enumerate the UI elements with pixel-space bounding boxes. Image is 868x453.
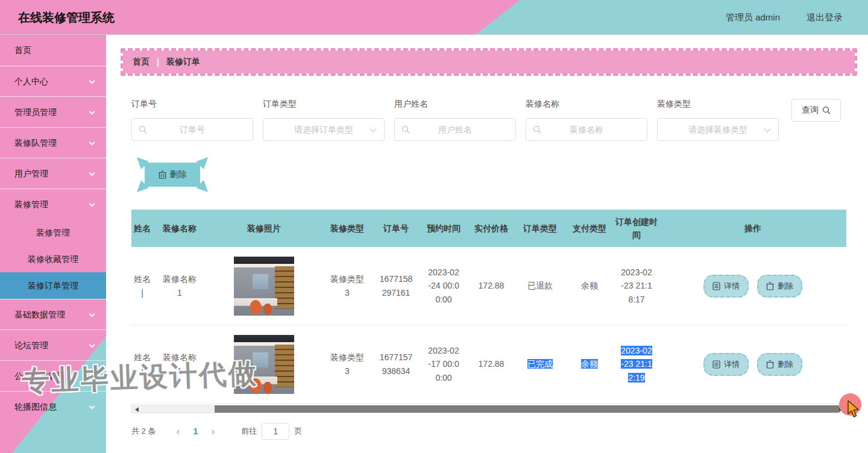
cell-book-time: 2023-02 -17 00:0 0:00 [420, 343, 468, 386]
detail-button[interactable]: 详情 [703, 275, 749, 298]
cell-pay-type: 余额 [565, 356, 614, 372]
cell-order-type: 已完成 [515, 356, 565, 372]
cell-book-time: 2023-02 -24 00:0 0:00 [420, 264, 468, 307]
decoration-name-input[interactable] [526, 119, 647, 140]
chevron-down-icon [89, 373, 95, 379]
breadcrumb-home[interactable]: 首页 [133, 57, 149, 67]
sidebar: 首页 个人中心 管理员管理 装修队管理 用户管理 装修管理 装修管理 装修收藏管… [0, 35, 106, 453]
sidebar-item-label: 首页 [14, 45, 31, 55]
sidebar-item-label: 基础数据管理 [14, 310, 65, 319]
goto-page-input[interactable] [262, 423, 289, 440]
user-name-input[interactable] [395, 119, 515, 140]
sidebar-item-decoration-mgmt[interactable]: 装修管理 [0, 189, 106, 219]
cell-decoration-type: 装修类型 3 [322, 349, 373, 379]
col-name: 姓名 [131, 220, 153, 236]
page-unit-label: 页 [294, 426, 302, 437]
order-no-input[interactable] [132, 119, 253, 140]
cell-price: 172.88 [468, 278, 515, 293]
order-type-select[interactable]: 请选择订单类型 [263, 118, 385, 141]
table-row: 姓名 | 装修名称 1 装修类型 3 1677157 938634 2023-0… [131, 325, 846, 404]
sidebar-item-user-mgmt[interactable]: 用户管理 [0, 158, 106, 189]
sidebar-item-label: 管理员管理 [14, 107, 57, 117]
detail-button[interactable]: 详情 [703, 353, 749, 376]
mouse-cursor-icon [847, 401, 863, 419]
selected-text: 已完成 [527, 359, 553, 369]
search-button[interactable]: 查询 [791, 99, 841, 122]
delete-button-label: 删除 [778, 359, 793, 370]
breadcrumb-current: 装修订单 [166, 57, 200, 67]
order-type-select-placeholder: 请选择订单类型 [263, 119, 384, 140]
decoration-type-label: 装修类型 [657, 99, 779, 110]
decoration-photo[interactable] [234, 257, 294, 316]
pagination-total: 共 2 条 [131, 426, 156, 437]
delete-button[interactable]: 删除 [757, 353, 802, 376]
sidebar-item-basic-data-mgmt[interactable]: 基础数据管理 [0, 299, 106, 330]
decoration-name-label: 装修名称 [526, 99, 647, 110]
orders-table: 姓名 装修名称 装修照片 装修类型 订单号 预约时间 实付价格 订单类型 支付类… [131, 210, 846, 404]
bulk-delete-button[interactable]: 删除 [145, 163, 200, 187]
document-icon [712, 282, 720, 290]
sidebar-item-label: 装修队管理 [14, 138, 57, 148]
logout-button[interactable]: 退出登录 [807, 12, 843, 23]
sidebar-item-label: 装修管理 [14, 199, 48, 209]
sidebar-item-carousel-info[interactable]: 轮播图信息 [0, 391, 106, 422]
sidebar-item-decoration-team-mgmt[interactable]: 装修队管理 [0, 127, 106, 158]
sidebar-subitem-decoration-order-mgmt[interactable]: 装修订单管理 [0, 272, 106, 299]
sidebar-item-label: 论坛管理 [14, 340, 48, 350]
selected-text: 余额 [581, 359, 598, 369]
page-number-1[interactable]: 1 [187, 426, 204, 436]
decoration-type-select[interactable]: 请选择装修类型 [657, 118, 779, 141]
cell-decoration-name: 装修名称 1 [153, 271, 206, 301]
col-decoration-name: 装修名称 [153, 220, 206, 236]
scroll-left-arrow-icon[interactable] [135, 407, 139, 412]
table-header-row: 姓名 装修名称 装修照片 装修类型 订单号 预约时间 实付价格 订单类型 支付类… [131, 210, 846, 247]
sidebar-item-label: 个人中心 [14, 77, 48, 86]
search-button-label: 查询 [802, 105, 819, 116]
col-created: 订单创建时间 [614, 214, 659, 243]
chevron-down-icon [89, 170, 95, 177]
user-name-label: 用户姓名 [394, 99, 516, 110]
filter-bar: 订单号 订单类型 请选择订单类型 用户姓名 [131, 99, 841, 141]
delete-button[interactable]: 删除 [757, 275, 802, 298]
col-pay-type: 支付类型 [565, 220, 614, 236]
chevron-down-icon [89, 201, 95, 207]
chevron-down-icon [89, 140, 95, 146]
sidebar-item-announcement-mgmt[interactable]: 公告信息管理 [0, 360, 106, 391]
bulk-delete-wrapper: 删除 [145, 163, 200, 187]
col-book-time: 预约时间 [420, 220, 468, 236]
trash-icon [766, 360, 774, 369]
chevron-down-icon [89, 404, 95, 410]
bulk-delete-label: 删除 [170, 169, 187, 180]
decoration-photo[interactable] [234, 335, 294, 394]
sidebar-item-label: 轮播图信息 [14, 402, 57, 411]
search-icon [822, 106, 831, 114]
cell-pay-type: 余额 [565, 278, 614, 293]
prev-page-button[interactable]: ‹ [169, 425, 187, 438]
chevron-down-icon [89, 342, 95, 348]
col-price: 实付价格 [468, 220, 515, 236]
cell-order-no: 1677157 938634 [373, 349, 420, 379]
scrollbar-thumb[interactable] [215, 405, 839, 413]
cell-name: 姓名 | [131, 349, 153, 379]
current-user-label: 管理员 admin [726, 12, 780, 23]
decoration-type-select-placeholder: 请选择装修类型 [658, 119, 778, 140]
horizontal-scrollbar[interactable] [131, 405, 846, 413]
sidebar-item-forum-mgmt[interactable]: 论坛管理 [0, 330, 106, 360]
next-page-button[interactable]: › [204, 425, 222, 438]
pagination: 共 2 条 ‹ 1 › 前往 页 [131, 423, 868, 440]
sidebar-item-admin-mgmt[interactable]: 管理员管理 [0, 96, 106, 127]
document-icon [712, 360, 720, 369]
sidebar-subitem-decoration-mgmt[interactable]: 装修管理 [0, 219, 106, 246]
sidebar-item-home[interactable]: 首页 [0, 35, 106, 66]
cell-name: 姓名 | [131, 271, 153, 301]
breadcrumb-separator: | [157, 57, 159, 67]
col-decoration-photo: 装修照片 [206, 220, 322, 236]
breadcrumb: 首页 | 装修订单 [121, 48, 857, 76]
sidebar-item-personal-center[interactable]: 个人中心 [0, 66, 106, 96]
detail-button-label: 详情 [724, 281, 740, 292]
sidebar-item-label: 公告信息管理 [14, 371, 65, 381]
sidebar-subitem-decoration-favorite-mgmt[interactable]: 装修收藏管理 [0, 246, 106, 272]
search-icon [533, 125, 541, 134]
order-type-label: 订单类型 [263, 99, 385, 110]
app-title: 在线装修管理系统 [18, 0, 115, 35]
